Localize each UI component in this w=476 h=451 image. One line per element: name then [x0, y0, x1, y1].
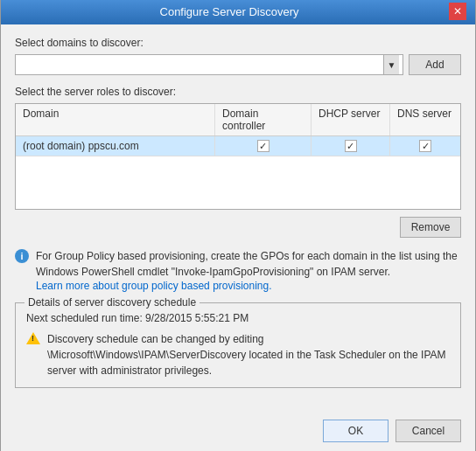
col-domain: Domain — [16, 104, 215, 135]
roles-table: Domain Domain controller DHCP server DNS… — [15, 103, 461, 210]
warning-excl-icon: ! — [32, 335, 34, 343]
remove-row: Remove — [15, 217, 461, 238]
dialog-title: Configure Server Discovery — [10, 5, 449, 18]
table-empty-area — [16, 156, 460, 209]
info-content: For Group Policy based provisioning, cre… — [36, 248, 461, 292]
col-dhcp-server: DHCP server — [312, 104, 390, 135]
warning-icon-wrapper: ! — [26, 332, 40, 346]
dialog-body: Select domains to discover: ▼ Add Select… — [1, 24, 475, 413]
info-text: For Group Policy based provisioning, cre… — [36, 250, 458, 278]
dialog-footer: OK Cancel — [1, 413, 475, 451]
domain-input-row: ▼ Add — [15, 54, 461, 75]
cancel-button[interactable]: Cancel — [396, 420, 461, 442]
dropdown-arrow-icon: ▼ — [383, 55, 399, 74]
close-button[interactable]: ✕ — [449, 3, 466, 20]
col-dns-server: DNS server — [390, 104, 460, 135]
info-box: i For Group Policy based provisioning, c… — [15, 248, 461, 292]
table-row: (root domain) ppscu.com ✓ ✓ ✓ — [16, 136, 460, 156]
checkbox-dhcp[interactable]: ✓ — [345, 140, 357, 152]
row-dns-checkbox[interactable]: ✓ — [390, 136, 460, 156]
table-header: Domain Domain controller DHCP server DNS… — [16, 104, 460, 136]
next-scheduled-time: Next scheduled run time: 9/28/2015 5:55:… — [26, 312, 450, 324]
info-icon: i — [15, 249, 29, 263]
add-button[interactable]: Add — [409, 54, 461, 75]
domain-dropdown[interactable]: ▼ — [15, 54, 403, 75]
domain-section-label: Select domains to discover: — [15, 37, 461, 49]
row-dhcp-checkbox[interactable]: ✓ — [312, 136, 390, 156]
row-dc-checkbox[interactable]: ✓ — [215, 136, 312, 156]
remove-button[interactable]: Remove — [400, 217, 461, 238]
title-bar: Configure Server Discovery ✕ — [1, 0, 475, 24]
checkbox-dc[interactable]: ✓ — [257, 140, 270, 152]
checkbox-dns[interactable]: ✓ — [419, 140, 431, 152]
info-link[interactable]: Learn more about group policy based prov… — [36, 280, 272, 292]
row-domain-value: (root domain) ppscu.com — [16, 136, 215, 156]
schedule-legend: Details of server discovery schedule — [24, 296, 200, 309]
roles-section-label: Select the server roles to discover: — [15, 86, 461, 98]
configure-server-discovery-dialog: Configure Server Discovery ✕ Select doma… — [0, 0, 476, 451]
col-domain-controller: Domain controller — [215, 104, 312, 135]
warning-box: ! Discovery schedule can be changed by e… — [26, 331, 450, 378]
schedule-box: Details of server discovery schedule Nex… — [15, 302, 461, 388]
ok-button[interactable]: OK — [323, 420, 388, 442]
warning-text: Discovery schedule can be changed by edi… — [47, 331, 450, 378]
